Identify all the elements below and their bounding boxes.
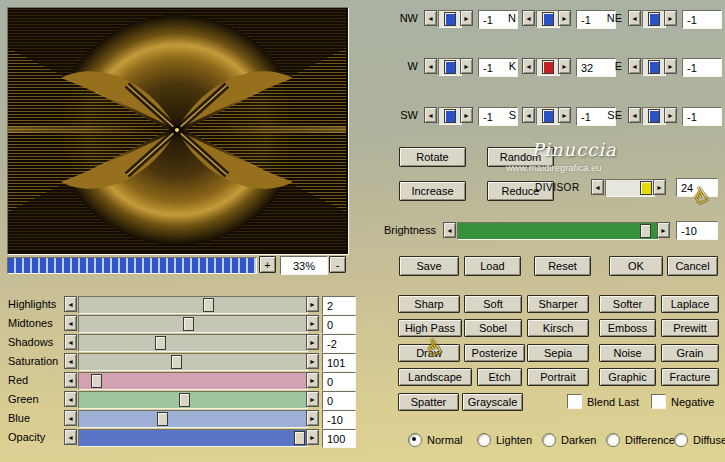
filter-noise-button[interactable]: Noise bbox=[599, 344, 656, 362]
negative-checkbox-box[interactable] bbox=[651, 394, 666, 409]
spinner-w-thumb[interactable] bbox=[444, 60, 456, 74]
slider-green-thumb[interactable] bbox=[179, 393, 190, 407]
slider-shadows-track[interactable] bbox=[78, 334, 308, 352]
slider-saturation-value[interactable]: 101 bbox=[322, 353, 356, 372]
spinner-n-increment[interactable]: ► bbox=[558, 10, 571, 26]
filter-sharper-button[interactable]: Sharper bbox=[527, 295, 589, 313]
slider-blue-track[interactable] bbox=[78, 410, 308, 428]
slider-saturation-thumb[interactable] bbox=[171, 355, 182, 369]
spinner-n-thumb[interactable] bbox=[542, 12, 554, 26]
spinner-w-increment[interactable]: ► bbox=[460, 58, 473, 74]
slider-highlights-value[interactable]: 2 bbox=[322, 296, 356, 315]
filter-laplace-button[interactable]: Laplace bbox=[661, 295, 719, 313]
divisor-thumb[interactable] bbox=[640, 181, 652, 195]
spinner-sw-increment[interactable]: ► bbox=[460, 107, 473, 123]
slider-red-thumb[interactable] bbox=[91, 374, 102, 388]
filter-kirsch-button[interactable]: Kirsch bbox=[527, 319, 589, 337]
filter-prewitt-button[interactable]: Prewitt bbox=[661, 319, 719, 337]
filter-landscape-button[interactable]: Landscape bbox=[398, 368, 472, 386]
divisor-track[interactable] bbox=[605, 179, 655, 197]
spinner-s-thumb[interactable] bbox=[542, 109, 554, 123]
cancel-button[interactable]: Cancel bbox=[667, 256, 718, 276]
slider-midtones-value[interactable]: 0 bbox=[322, 315, 356, 334]
filter-spatter-button[interactable]: Spatter bbox=[398, 393, 459, 411]
slider-blue-thumb[interactable] bbox=[157, 412, 168, 426]
filter-emboss-button[interactable]: Emboss bbox=[599, 319, 656, 337]
rotate-button[interactable]: Rotate bbox=[399, 147, 466, 167]
slider-blue-increment[interactable]: ► bbox=[306, 410, 319, 426]
spinner-nw-thumb[interactable] bbox=[444, 12, 456, 26]
brightness-increment[interactable]: ► bbox=[657, 222, 670, 238]
spinner-e-track[interactable] bbox=[642, 58, 666, 76]
spinner-se-decrement[interactable]: ◄ bbox=[628, 107, 641, 123]
spinner-se-value[interactable]: -1 bbox=[682, 107, 722, 126]
spinner-k-track[interactable] bbox=[536, 58, 560, 76]
spinner-s-increment[interactable]: ► bbox=[558, 107, 571, 123]
filter-portrait-button[interactable]: Portrait bbox=[527, 368, 589, 386]
slider-midtones-thumb[interactable] bbox=[183, 317, 194, 331]
brightness-decrement[interactable]: ◄ bbox=[443, 222, 456, 238]
slider-midtones-increment[interactable]: ► bbox=[306, 315, 319, 331]
filter-softer-button[interactable]: Softer bbox=[599, 295, 656, 313]
slider-saturation-increment[interactable]: ► bbox=[306, 353, 319, 369]
filter-sobel-button[interactable]: Sobel bbox=[464, 319, 522, 337]
spinner-se-track[interactable] bbox=[642, 107, 666, 125]
spinner-ne-value[interactable]: -1 bbox=[682, 10, 722, 29]
radio-normal[interactable]: Normal bbox=[408, 433, 462, 447]
radio-lighten[interactable]: Lighten bbox=[477, 433, 532, 447]
slider-midtones-decrement[interactable]: ◄ bbox=[64, 315, 77, 331]
slider-highlights-increment[interactable]: ► bbox=[306, 296, 319, 312]
save-button[interactable]: Save bbox=[399, 256, 459, 276]
spinner-nw-decrement[interactable]: ◄ bbox=[424, 10, 437, 26]
filter-fracture-button[interactable]: Fracture bbox=[661, 368, 719, 386]
spinner-w-decrement[interactable]: ◄ bbox=[424, 58, 437, 74]
spinner-k-decrement[interactable]: ◄ bbox=[522, 58, 535, 74]
slider-midtones-track[interactable] bbox=[78, 315, 308, 333]
slider-opacity-increment[interactable]: ► bbox=[306, 429, 319, 445]
divisor-increment[interactable]: ► bbox=[653, 179, 666, 195]
spinner-ne-track[interactable] bbox=[642, 10, 666, 28]
slider-opacity-value[interactable]: 100 bbox=[322, 429, 356, 448]
slider-shadows-thumb[interactable] bbox=[155, 336, 166, 350]
slider-blue-value[interactable]: -10 bbox=[322, 410, 356, 429]
spinner-k-thumb[interactable] bbox=[542, 60, 554, 74]
filter-posterize-button[interactable]: Posterize bbox=[464, 344, 525, 362]
slider-green-value[interactable]: 0 bbox=[322, 391, 356, 410]
spinner-nw-track[interactable] bbox=[438, 10, 462, 28]
spinner-e-value[interactable]: -1 bbox=[682, 58, 722, 77]
blend-last-checkbox[interactable]: Blend Last bbox=[567, 394, 639, 409]
spinner-s-track[interactable] bbox=[536, 107, 560, 125]
brightness-thumb[interactable] bbox=[640, 224, 651, 238]
slider-saturation-decrement[interactable]: ◄ bbox=[64, 353, 77, 369]
spinner-se-thumb[interactable] bbox=[648, 109, 660, 123]
spinner-k-increment[interactable]: ► bbox=[558, 58, 571, 74]
spinner-e-decrement[interactable]: ◄ bbox=[628, 58, 641, 74]
slider-green-track[interactable] bbox=[78, 391, 308, 409]
spinner-n-track[interactable] bbox=[536, 10, 560, 28]
filter-sharp-button[interactable]: Sharp bbox=[398, 295, 460, 313]
slider-blue-decrement[interactable]: ◄ bbox=[64, 410, 77, 426]
slider-shadows-decrement[interactable]: ◄ bbox=[64, 334, 77, 350]
spinner-sw-thumb[interactable] bbox=[444, 109, 456, 123]
slider-opacity-track[interactable] bbox=[78, 429, 308, 447]
slider-highlights-decrement[interactable]: ◄ bbox=[64, 296, 77, 312]
filter-graphic-button[interactable]: Graphic bbox=[599, 368, 656, 386]
negative-checkbox[interactable]: Negative bbox=[651, 394, 714, 409]
spinner-n-decrement[interactable]: ◄ bbox=[522, 10, 535, 26]
filter-grain-button[interactable]: Grain bbox=[661, 344, 719, 362]
slider-red-decrement[interactable]: ◄ bbox=[64, 372, 77, 388]
spinner-ne-thumb[interactable] bbox=[648, 12, 660, 26]
spinner-w-track[interactable] bbox=[438, 58, 462, 76]
reset-button[interactable]: Reset bbox=[534, 256, 591, 276]
spinner-e-thumb[interactable] bbox=[648, 60, 660, 74]
slider-shadows-value[interactable]: -2 bbox=[322, 334, 356, 353]
slider-green-increment[interactable]: ► bbox=[306, 391, 319, 407]
radio-darken[interactable]: Darken bbox=[542, 433, 596, 447]
spinner-ne-decrement[interactable]: ◄ bbox=[628, 10, 641, 26]
increase-button[interactable]: Increase bbox=[399, 181, 466, 201]
slider-red-value[interactable]: 0 bbox=[322, 372, 356, 391]
slider-red-track[interactable] bbox=[78, 372, 308, 390]
slider-highlights-track[interactable] bbox=[78, 296, 308, 314]
slider-opacity-thumb[interactable] bbox=[294, 431, 305, 445]
slider-red-increment[interactable]: ► bbox=[306, 372, 319, 388]
